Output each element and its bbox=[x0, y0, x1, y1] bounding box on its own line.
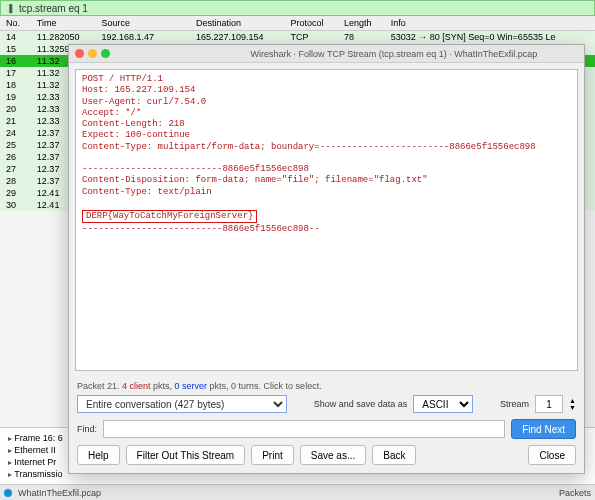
back-button[interactable]: Back bbox=[372, 445, 416, 465]
col-info[interactable]: Info bbox=[385, 16, 595, 30]
packet-list-header: No. Time Source Destination Protocol Len… bbox=[0, 16, 595, 30]
stream-content[interactable]: POST / HTTP/1.1Host: 165.227.109.154User… bbox=[75, 69, 578, 371]
display-filter-text: tcp.stream eq 1 bbox=[19, 3, 88, 14]
bookmark-icon: ❚ bbox=[7, 3, 15, 13]
stepper-buttons-icon[interactable]: ▲▼ bbox=[569, 397, 576, 411]
format-select[interactable]: ASCII bbox=[413, 395, 473, 413]
display-filter-bar[interactable]: ❚ tcp.stream eq 1 bbox=[0, 0, 595, 16]
capture-indicator-icon bbox=[4, 489, 12, 497]
filter-out-stream-button[interactable]: Filter Out This Stream bbox=[126, 445, 246, 465]
packet-summary[interactable]: Packet 21. 4 client pkts, 0 server pkts,… bbox=[77, 381, 576, 391]
col-protocol[interactable]: Protocol bbox=[284, 16, 337, 30]
table-row[interactable]: 1411.282050192.168.1.47165.227.109.154TC… bbox=[0, 30, 595, 43]
minimize-icon[interactable] bbox=[88, 49, 97, 58]
col-time[interactable]: Time bbox=[31, 16, 96, 30]
stream-number-stepper[interactable] bbox=[535, 395, 563, 413]
conversation-select[interactable]: Entire conversation (427 bytes) bbox=[77, 395, 287, 413]
status-bar: WhatInTheExfil.pcap Packets bbox=[0, 484, 595, 500]
dialog-title: Wireshark · Follow TCP Stream (tcp.strea… bbox=[210, 49, 578, 59]
print-button[interactable]: Print bbox=[251, 445, 294, 465]
find-next-button[interactable]: Find Next bbox=[511, 419, 576, 439]
show-as-label: Show and save data as bbox=[314, 399, 408, 409]
col-no[interactable]: No. bbox=[0, 16, 31, 30]
status-packets: Packets bbox=[559, 488, 591, 498]
help-button[interactable]: Help bbox=[77, 445, 120, 465]
save-as-button[interactable]: Save as... bbox=[300, 445, 366, 465]
find-label: Find: bbox=[77, 424, 97, 434]
dialog-titlebar[interactable]: Wireshark · Follow TCP Stream (tcp.strea… bbox=[69, 45, 584, 63]
dialog-footer: Packet 21. 4 client pkts, 0 server pkts,… bbox=[69, 377, 584, 473]
col-destination[interactable]: Destination bbox=[190, 16, 284, 30]
maximize-icon[interactable] bbox=[101, 49, 110, 58]
find-input[interactable] bbox=[103, 420, 505, 438]
close-button[interactable]: Close bbox=[528, 445, 576, 465]
flag-highlight: DERP{WayToCatchMyForeignServer} bbox=[82, 210, 257, 223]
close-icon[interactable] bbox=[75, 49, 84, 58]
col-source[interactable]: Source bbox=[96, 16, 190, 30]
follow-stream-dialog: Wireshark · Follow TCP Stream (tcp.strea… bbox=[68, 44, 585, 474]
status-file: WhatInTheExfil.pcap bbox=[18, 488, 101, 498]
stream-label: Stream bbox=[500, 399, 529, 409]
col-length[interactable]: Length bbox=[338, 16, 385, 30]
